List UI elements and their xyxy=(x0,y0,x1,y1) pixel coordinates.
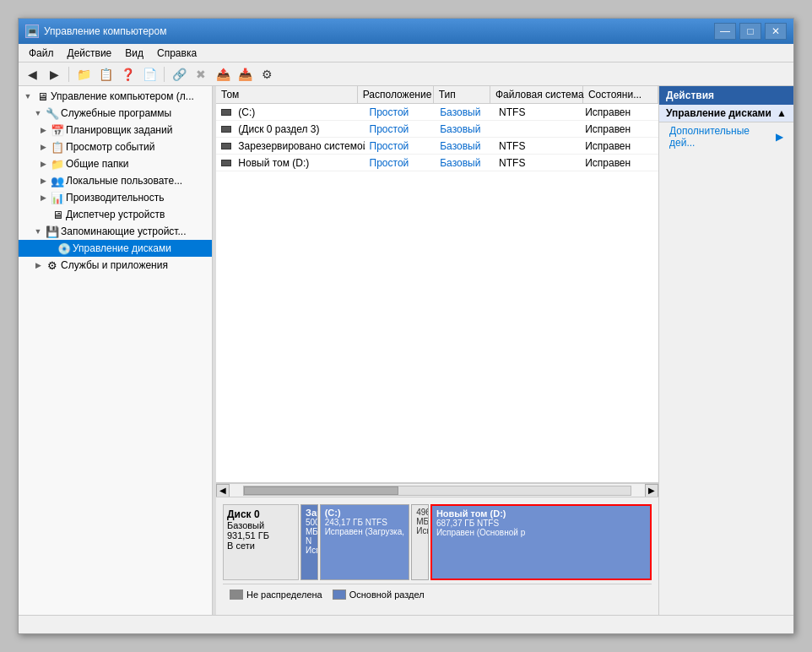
folders-toggle[interactable]: ▶ xyxy=(37,158,49,170)
sidebar-item-events[interactable]: ▶ 📋 Просмотр событий xyxy=(19,139,212,155)
disk-partitions: Зарезер... 500 МБ N Исправе... (C:) 243,… xyxy=(300,504,652,580)
service-toggle[interactable]: ▼ xyxy=(32,107,44,119)
actions-panel-title: Действия xyxy=(659,86,793,105)
cell-status-1: Исправен xyxy=(580,122,658,137)
sidebar-item-folders[interactable]: ▶ 📁 Общие папки xyxy=(19,155,212,172)
root-toggle[interactable]: ▼ xyxy=(22,90,34,102)
cell-tom-0: (C:) xyxy=(216,105,365,120)
partition-reserved-size: 500 МБ N xyxy=(306,518,313,546)
menu-view[interactable]: Вид xyxy=(118,46,150,61)
sidebar-item-localusers[interactable]: ▶ 👥 Локальные пользовате... xyxy=(19,172,212,189)
action3-button[interactable]: ⚙ xyxy=(257,65,277,84)
col-header-status[interactable]: Состояни... xyxy=(583,86,658,103)
cell-rasp-1: Простой xyxy=(365,122,436,137)
services-icon: ⚙ xyxy=(46,258,59,272)
connect-button[interactable]: 🔗 xyxy=(169,65,189,84)
sidebar-item-storage[interactable]: ▼ 💾 Запоминающие устройст... xyxy=(19,223,212,240)
actions-link-0[interactable]: Дополнительные дей... ▶ xyxy=(659,122,793,151)
sidebar-item-perf[interactable]: ▶ 📊 Производительность xyxy=(19,189,212,206)
toolbar-sep-2 xyxy=(164,67,165,82)
help-button[interactable]: ❓ xyxy=(117,65,138,84)
partition-reserved-status: Исправе... xyxy=(306,546,313,555)
disk-net: В сети xyxy=(227,541,295,551)
col-header-rasp[interactable]: Расположение xyxy=(358,86,434,103)
events-icon: 📋 xyxy=(51,140,64,154)
partition-d[interactable]: Новый том (D:) 687,37 ГБ NTFS Исправен (… xyxy=(430,504,652,580)
cell-tip-3: Базовый xyxy=(435,155,494,171)
legend-primary-box xyxy=(333,590,346,600)
cell-rasp-2: Простой xyxy=(365,139,436,154)
actions-collapse-icon[interactable]: ▲ xyxy=(777,107,787,119)
forward-button[interactable]: ▶ xyxy=(44,65,64,84)
cell-tip-1: Базовый xyxy=(435,122,494,137)
sidebar-item-services[interactable]: ▶ ⚙ Службы и приложения xyxy=(19,257,212,274)
localusers-toggle[interactable]: ▶ xyxy=(37,175,49,187)
perf-toggle[interactable]: ▶ xyxy=(37,192,49,204)
storage-toggle[interactable]: ▼ xyxy=(32,225,44,237)
sidebar-root[interactable]: ▼ 🖥 Управление компьютером (л... xyxy=(19,88,212,105)
window-controls: — □ ✕ xyxy=(714,23,787,40)
partition-c[interactable]: (C:) 243,17 ГБ NTFS Исправен (Загрузка, xyxy=(320,504,410,580)
menu-help[interactable]: Справка xyxy=(150,46,203,61)
horizontal-scrollbar[interactable] xyxy=(243,486,631,496)
show-hide-button[interactable]: 📋 xyxy=(95,65,116,84)
col-header-tom[interactable]: Том xyxy=(216,86,358,103)
cell-tom-2: Зарезервировано системой xyxy=(216,139,365,154)
cell-tip-2: Базовый xyxy=(435,139,494,154)
scrollbar-thumb[interactable] xyxy=(244,486,398,495)
sidebar-item-devmgr[interactable]: ▶ 🖥 Диспетчер устройств xyxy=(19,206,212,223)
legend-unalloc-box xyxy=(230,590,243,600)
events-toggle[interactable]: ▶ xyxy=(37,141,49,153)
list-scrollbar[interactable]: ◀ ▶ xyxy=(216,483,658,497)
scheduler-icon: 📅 xyxy=(51,123,64,137)
table-row[interactable]: Новый том (D:) Простой Базовый NTFS Испр… xyxy=(216,155,658,171)
cell-fs-1 xyxy=(494,128,580,131)
localusers-icon: 👥 xyxy=(51,174,64,187)
export-button[interactable]: 📤 xyxy=(213,65,233,84)
col-header-tip[interactable]: Тип xyxy=(434,86,490,103)
col-header-fs[interactable]: Файловая система xyxy=(490,86,583,103)
legend-unalloc-label: Не распределена xyxy=(246,590,322,600)
disk-row: Диск 0 Базовый 931,51 ГБ В сети Зарезер.… xyxy=(223,504,652,580)
storage-icon: 💾 xyxy=(46,225,59,238)
disk-size: 931,51 ГБ xyxy=(227,530,295,541)
sidebar-item-scheduler[interactable]: ▶ 📅 Планировщик заданий xyxy=(19,122,212,139)
disk-type: Базовый xyxy=(227,520,295,530)
table-row[interactable]: Зарезервировано системой Простой Базовый… xyxy=(216,138,658,155)
scroll-left-btn[interactable]: ◀ xyxy=(216,484,230,497)
scroll-right-btn[interactable]: ▶ xyxy=(645,484,658,497)
actions-link-arrow-0: ▶ xyxy=(776,131,783,143)
menu-file[interactable]: Файл xyxy=(22,46,61,61)
minimize-button[interactable]: — xyxy=(714,23,736,40)
action2-button[interactable]: 📥 xyxy=(235,65,255,84)
toolbar: ◀ ▶ 📁 📋 ❓ 📄 🔗 ✖ 📤 📥 ⚙ xyxy=(19,62,793,86)
partition-c-name: (C:) xyxy=(325,508,405,518)
disk-section: Диск 0 Базовый 931,51 ГБ В сети Зарезер.… xyxy=(216,497,658,615)
close-button[interactable]: ✕ xyxy=(765,23,787,40)
table-row[interactable]: (Диск 0 раздел 3) Простой Базовый Исправ… xyxy=(216,121,658,138)
partition-reserved[interactable]: Зарезер... 500 МБ N Исправе... xyxy=(300,504,318,580)
status-bar xyxy=(19,615,793,633)
sidebar-item-diskmgmt[interactable]: ▶ 💿 Управление дисками xyxy=(19,240,212,257)
legend-unalloc: Не распределена xyxy=(230,590,322,600)
up-button[interactable]: 📁 xyxy=(73,65,94,84)
delete-button: ✖ xyxy=(191,65,211,84)
cell-rasp-0: Простой xyxy=(365,105,436,120)
sidebar-localusers-label: Локальные пользовате... xyxy=(66,175,182,187)
sidebar-storage-label: Запоминающие устройст... xyxy=(61,225,187,237)
cell-status-0: Исправен xyxy=(580,105,658,120)
menu-action[interactable]: Действие xyxy=(61,46,119,61)
sidebar-item-service[interactable]: ▼ 🔧 Служебные программы xyxy=(19,105,212,122)
properties-button[interactable]: 📄 xyxy=(139,65,160,84)
maximize-button[interactable]: □ xyxy=(739,23,761,40)
partition-unalloc-status: Исправе... xyxy=(416,526,424,535)
back-button[interactable]: ◀ xyxy=(22,65,42,84)
table-row[interactable]: (C:) Простой Базовый NTFS Исправен xyxy=(216,104,658,121)
sidebar: ▼ 🖥 Управление компьютером (л... ▼ 🔧 Слу… xyxy=(19,86,213,615)
scheduler-toggle[interactable]: ▶ xyxy=(37,124,49,136)
title-bar: 💻 Управление компьютером — □ ✕ xyxy=(19,19,793,44)
services-toggle[interactable]: ▶ xyxy=(32,259,44,271)
cell-tom-1: (Диск 0 раздел 3) xyxy=(216,122,365,137)
partition-unalloc-small[interactable]: 496 МБ Исправе... xyxy=(411,504,429,580)
legend: Не распределена Основной раздел xyxy=(223,584,652,605)
